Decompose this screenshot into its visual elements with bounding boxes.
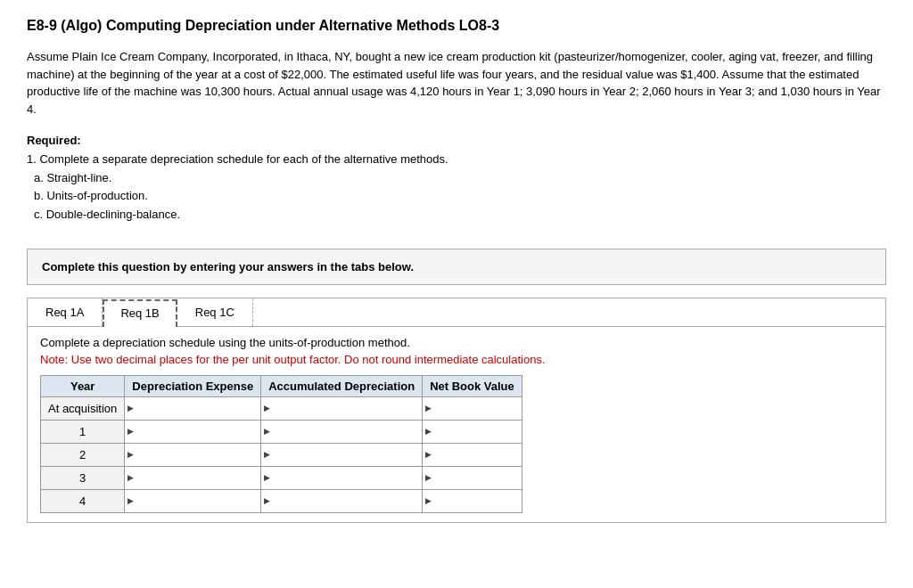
- tabs-container: Req 1A Req 1B Req 1C Complete a deprecia…: [27, 298, 886, 523]
- tab-content: Complete a depreciation schedule using t…: [28, 327, 885, 522]
- input-cell-dep_expense-row-4[interactable]: [125, 489, 261, 512]
- table-row: 3: [41, 466, 522, 489]
- method-a: a. Straight-line.: [34, 169, 886, 188]
- col-header-net-book: Net Book Value: [423, 375, 522, 396]
- col-header-year: Year: [41, 375, 125, 396]
- input-cell-net_book-row-4[interactable]: [423, 489, 522, 512]
- method-b: b. Units-of-production.: [34, 187, 886, 206]
- year-cell: 3: [41, 466, 125, 489]
- input-cell-dep_expense-row-1[interactable]: [125, 420, 261, 443]
- year-cell: 1: [41, 420, 125, 443]
- year-cell: At acquisition: [41, 396, 125, 420]
- problem-text: Assume Plain Ice Cream Company, Incorpor…: [27, 48, 886, 118]
- input-cell-accum_dep-row-1[interactable]: [261, 420, 423, 443]
- input-cell-accum_dep-row-2[interactable]: [261, 443, 423, 466]
- required-label: Required:: [27, 134, 81, 147]
- input-cell-accum_dep-row-4[interactable]: [261, 489, 423, 512]
- table-row: 2: [41, 443, 522, 466]
- year-cell: 2: [41, 443, 125, 466]
- tab-note: Note: Use two decimal places for the per…: [40, 353, 873, 366]
- table-row: At acquisition: [41, 396, 522, 420]
- input-cell-dep_expense-row-0[interactable]: [125, 396, 261, 420]
- tabs-header: Req 1A Req 1B Req 1C: [28, 298, 885, 327]
- tab-req1b[interactable]: Req 1B: [103, 299, 177, 327]
- input-cell-accum_dep-row-0[interactable]: [261, 396, 423, 420]
- col-header-accum-dep: Accumulated Depreciation: [261, 375, 423, 396]
- required-section: Required: 1. Complete a separate depreci…: [27, 132, 886, 225]
- instructions-box: Complete this question by entering your …: [27, 249, 886, 285]
- input-cell-dep_expense-row-3[interactable]: [125, 466, 261, 489]
- input-cell-net_book-row-0[interactable]: [423, 396, 522, 420]
- table-row: 4: [41, 489, 522, 512]
- input-cell-dep_expense-row-2[interactable]: [125, 443, 261, 466]
- input-cell-net_book-row-2[interactable]: [423, 443, 522, 466]
- page-title: E8-9 (Algo) Computing Depreciation under…: [27, 18, 886, 34]
- depreciation-table: Year Depreciation Expense Accumulated De…: [40, 375, 522, 513]
- col-header-dep-expense: Depreciation Expense: [125, 375, 261, 396]
- table-row: 1: [41, 420, 522, 443]
- tab-description: Complete a depreciation schedule using t…: [40, 336, 873, 349]
- input-cell-net_book-row-3[interactable]: [423, 466, 522, 489]
- input-cell-accum_dep-row-3[interactable]: [261, 466, 423, 489]
- year-cell: 4: [41, 489, 125, 512]
- tab-req1c[interactable]: Req 1C: [177, 298, 253, 326]
- tab-req1a[interactable]: Req 1A: [28, 298, 103, 326]
- instruction-1: 1. Complete a separate depreciation sche…: [27, 151, 886, 169]
- input-cell-net_book-row-1[interactable]: [423, 420, 522, 443]
- method-c: c. Double-declining-balance.: [34, 206, 886, 225]
